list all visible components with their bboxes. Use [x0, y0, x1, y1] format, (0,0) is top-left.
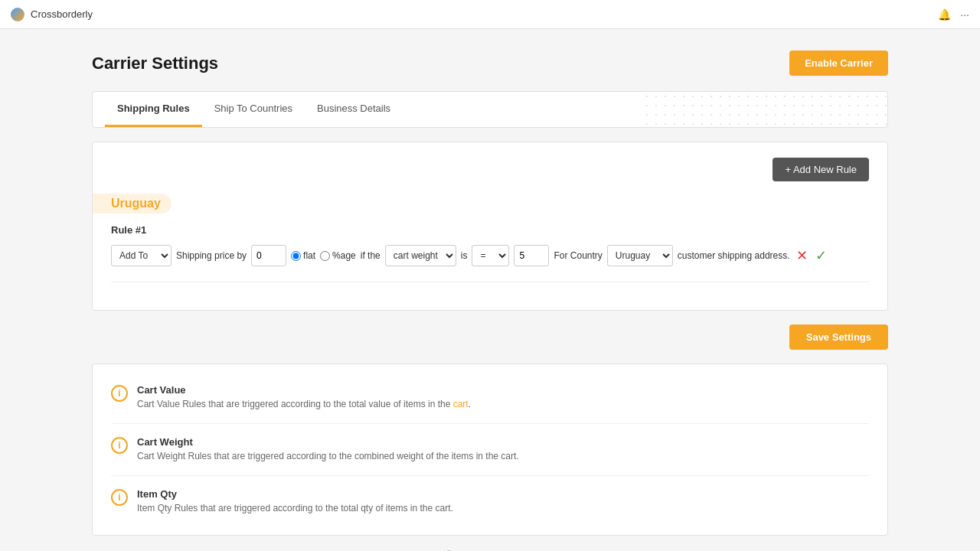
price-input[interactable]	[251, 245, 286, 266]
operator-select[interactable]: = > < >= <=	[472, 245, 509, 266]
tab-shipping-rules[interactable]: Shipping Rules	[105, 92, 202, 127]
is-label: is	[461, 250, 468, 261]
enable-carrier-button[interactable]: Enable Carrier	[789, 51, 888, 76]
country-select[interactable]: Uruguay Argentina Brazil Chile	[607, 245, 673, 266]
flat-radio[interactable]	[291, 251, 301, 261]
rule-row: Add To Set To Remove Shipping price by f…	[111, 242, 869, 269]
for-country-label: For Country	[554, 250, 602, 261]
info-icon-cart-value: i	[111, 385, 128, 402]
bell-icon[interactable]: 🔔	[938, 8, 951, 21]
rule-block: Rule #1 Add To Set To Remove Shipping pr…	[111, 224, 869, 269]
rule-number: Rule #1	[111, 224, 869, 236]
more-icon[interactable]: ···	[960, 8, 969, 21]
save-settings-button[interactable]: Save Settings	[789, 324, 888, 350]
info-icon-item-qty: i	[111, 489, 128, 506]
tabs: Shipping Rules Ship To Countries Busines…	[93, 92, 887, 127]
info-card: i Cart Value Cart Value Rules that are t…	[92, 364, 888, 536]
rules-card-header: + Add New Rule	[111, 158, 869, 181]
confirm-rule-button[interactable]: ✓	[814, 249, 828, 262]
info-title-cart-value: Cart Value	[137, 384, 471, 396]
info-desc-cart-weight: Cart Weight Rules that are triggered acc…	[137, 449, 519, 463]
page-title: Carrier Settings	[92, 54, 218, 73]
flat-radio-group: flat %age	[291, 250, 356, 261]
info-title-cart-weight: Cart Weight	[137, 436, 519, 448]
info-desc-cart-value: Cart Value Rules that are triggered acco…	[137, 397, 471, 411]
tab-dots-decoration	[642, 92, 887, 127]
scroll-area[interactable]	[111, 282, 869, 295]
info-item-cart-weight: i Cart Weight Cart Weight Rules that are…	[111, 424, 869, 476]
percentage-label: %age	[332, 250, 356, 261]
info-text-cart-value: Cart Value Cart Value Rules that are tri…	[137, 384, 471, 411]
topbar: Crossborderly 🔔 ···	[0, 0, 980, 29]
cancel-rule-button[interactable]: ✕	[795, 249, 809, 262]
tab-ship-to-countries[interactable]: Ship To Countries	[202, 92, 305, 127]
add-new-rule-button[interactable]: + Add New Rule	[773, 158, 869, 181]
cart-link[interactable]: cart	[453, 399, 469, 409]
country-label: Uruguay	[93, 194, 172, 214]
footer: © Crossborderly 2022	[92, 536, 888, 551]
main-content: Carrier Settings Enable Carrier Shipping…	[69, 29, 911, 551]
tab-business-details[interactable]: Business Details	[305, 92, 403, 127]
shipping-price-label: Shipping price by	[176, 250, 247, 261]
info-text-cart-weight: Cart Weight Cart Weight Rules that are t…	[137, 436, 519, 463]
flat-radio-label[interactable]: flat	[291, 250, 315, 261]
app-name: Crossborderly	[31, 8, 93, 20]
info-title-item-qty: Item Qty	[137, 488, 453, 500]
condition-field-select[interactable]: cart weight cart value item qty	[385, 245, 456, 266]
info-text-item-qty: Item Qty Item Qty Rules that are trigger…	[137, 488, 453, 515]
action-select[interactable]: Add To Set To Remove	[111, 245, 172, 266]
topbar-left: Crossborderly	[11, 8, 93, 21]
tabs-container: Shipping Rules Ship To Countries Busines…	[92, 91, 888, 128]
save-row: Save Settings	[92, 324, 888, 350]
condition-value-input[interactable]	[514, 245, 549, 266]
percentage-radio[interactable]	[320, 251, 330, 261]
info-item-cart-value: i Cart Value Cart Value Rules that are t…	[111, 372, 869, 424]
info-icon-cart-weight: i	[111, 437, 128, 454]
if-the-label: if the	[361, 250, 381, 261]
percentage-radio-label[interactable]: %age	[320, 250, 356, 261]
flat-label: flat	[303, 250, 315, 261]
app-icon	[11, 8, 24, 21]
info-item-item-qty: i Item Qty Item Qty Rules that are trigg…	[111, 476, 869, 527]
address-label: customer shipping address.	[678, 250, 790, 261]
rules-card: + Add New Rule Uruguay Rule #1 Add To Se…	[92, 142, 888, 311]
topbar-right: 🔔 ···	[938, 8, 969, 21]
page-header: Carrier Settings Enable Carrier	[92, 51, 888, 76]
info-desc-item-qty: Item Qty Rules that are triggered accord…	[137, 501, 453, 515]
